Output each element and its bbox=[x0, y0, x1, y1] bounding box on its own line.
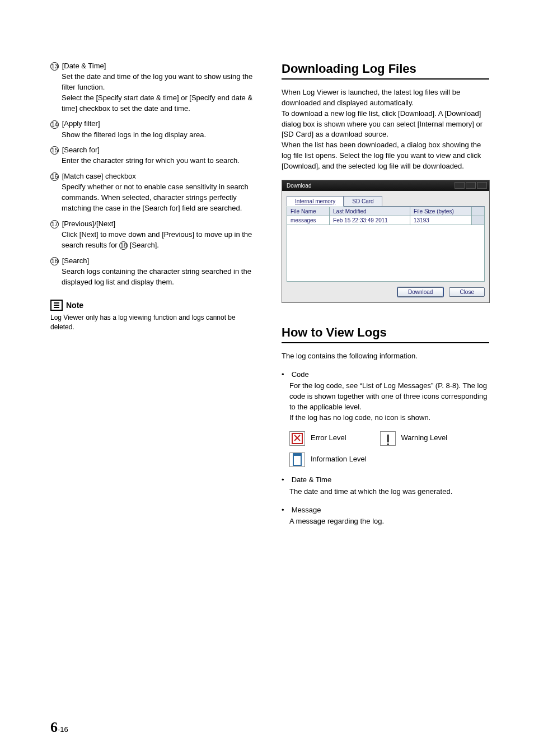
window-controls bbox=[455, 182, 487, 189]
item-title: [Previous]/[Next] bbox=[62, 220, 115, 228]
level-icons-row: Error Level Warning Level bbox=[289, 431, 489, 446]
paragraph: The log contains the following informati… bbox=[282, 351, 489, 362]
item-number: 15 bbox=[50, 146, 59, 155]
definition-item: 17 [Previous]/[Next] Click [Next] to mov… bbox=[50, 220, 258, 251]
item-title: [Search] bbox=[62, 256, 89, 265]
tab-sd-card[interactable]: SD Card bbox=[344, 196, 382, 207]
item-body-text: [Search]. bbox=[128, 241, 159, 249]
note-block: Note Log Viewer only has a log viewing f… bbox=[50, 300, 258, 332]
level-label: Information Level bbox=[311, 454, 367, 465]
dialog-title-bar: Download bbox=[282, 180, 489, 191]
page: 13 [Date & Time] Set the date and time o… bbox=[0, 0, 534, 756]
level-label: Warning Level bbox=[401, 433, 448, 444]
maximize-icon[interactable] bbox=[466, 182, 476, 189]
definition-item: 14 [Apply filter] Show the filtered logs… bbox=[50, 119, 258, 140]
col-file-size[interactable]: File Size (bytes) bbox=[410, 207, 472, 216]
minimize-icon[interactable] bbox=[455, 182, 465, 189]
cell-file-name: messages bbox=[287, 216, 330, 225]
level-warning: Warning Level bbox=[380, 431, 448, 446]
item-title: [Date & Time] bbox=[62, 62, 106, 70]
scrollbar[interactable] bbox=[472, 207, 485, 216]
level-error: Error Level bbox=[289, 431, 346, 446]
cell-last-modified: Feb 15 22:33:49 2011 bbox=[330, 216, 410, 225]
note-body: Log Viewer only has a log viewing functi… bbox=[50, 313, 258, 332]
tab-internal-memory[interactable]: Internal memory bbox=[287, 196, 344, 207]
item-number: 14 bbox=[50, 120, 59, 129]
section-heading: How to View Logs bbox=[282, 325, 489, 343]
chapter-number: 6 bbox=[50, 719, 58, 735]
bullet-list: Code For the log code, see “List of Log … bbox=[282, 370, 489, 528]
list-item: Date & Time The date and time at which t… bbox=[282, 475, 489, 497]
item-title: [Match case] checkbox bbox=[62, 172, 136, 180]
section-heading: Downloading Log Files bbox=[282, 62, 489, 80]
item-title: [Apply filter] bbox=[62, 119, 100, 128]
bullet-body: The date and time at which the log was g… bbox=[289, 487, 489, 497]
item-number: 13 bbox=[50, 62, 59, 71]
info-icon bbox=[289, 452, 305, 467]
warning-icon bbox=[380, 431, 396, 446]
bullet-body: For the log code, see “List of Log Messa… bbox=[289, 381, 489, 423]
definition-item: 13 [Date & Time] Set the date and time o… bbox=[50, 62, 258, 114]
item-body: Set the date and time of the log you wan… bbox=[62, 72, 258, 114]
left-column: 13 [Date & Time] Set the date and time o… bbox=[50, 62, 258, 535]
item-body: Show the filtered logs in the log displa… bbox=[62, 130, 258, 141]
two-column-layout: 13 [Date & Time] Set the date and time o… bbox=[50, 62, 489, 535]
level-label: Error Level bbox=[311, 433, 346, 444]
item-body: Specify whether or not to enable case se… bbox=[62, 182, 258, 214]
page-footer: 6-16 bbox=[50, 719, 68, 736]
bullet-title: Code bbox=[292, 370, 309, 379]
col-last-modified[interactable]: Last Modified bbox=[330, 207, 410, 216]
error-icon bbox=[289, 431, 305, 446]
level-icons-row: Information Level bbox=[289, 452, 489, 467]
item-body: Search logs containing the character str… bbox=[62, 267, 258, 288]
bullet-title: Message bbox=[292, 506, 321, 514]
note-label: Note bbox=[66, 301, 83, 310]
close-button[interactable]: Close bbox=[449, 287, 485, 297]
close-icon[interactable] bbox=[477, 182, 487, 189]
item-body: Click [Next] to move down and [Previous]… bbox=[62, 230, 258, 251]
bullet-title: Date & Time bbox=[292, 475, 332, 484]
download-button[interactable]: Download bbox=[397, 287, 443, 297]
download-dialog: Download Internal memory SD Card File bbox=[282, 180, 490, 303]
item-number: 18 bbox=[50, 257, 59, 265]
item-title: [Search for] bbox=[62, 146, 100, 154]
item-number: 16 bbox=[50, 172, 59, 181]
item-body: Enter the character string for which you… bbox=[62, 156, 258, 166]
page-number: 16 bbox=[60, 725, 68, 734]
col-file-name[interactable]: File Name bbox=[287, 207, 330, 216]
cell-file-size: 13193 bbox=[410, 216, 472, 225]
paragraph: When Log Viewer is launched, the latest … bbox=[282, 87, 489, 172]
definition-item: 18 [Search] Search logs containing the c… bbox=[50, 256, 258, 288]
note-icon bbox=[50, 300, 63, 311]
dialog-tabs: Internal memory SD Card bbox=[287, 195, 485, 207]
table-empty-area bbox=[287, 225, 485, 282]
dialog-title-text: Download bbox=[287, 183, 311, 189]
inline-ref-number: 18 bbox=[119, 241, 128, 250]
file-list-table: File Name Last Modified File Size (bytes… bbox=[287, 207, 485, 225]
list-item: Message A message regarding the log. bbox=[282, 505, 489, 528]
dialog-body: Internal memory SD Card File Name Last M… bbox=[282, 191, 489, 302]
definition-item: 15 [Search for] Enter the character stri… bbox=[50, 146, 258, 166]
table-row[interactable]: messages Feb 15 22:33:49 2011 13193 bbox=[287, 216, 485, 225]
definition-item: 16 [Match case] checkbox Specify whether… bbox=[50, 172, 258, 214]
bullet-body: A message regarding the log. bbox=[289, 516, 489, 527]
dialog-button-row: Download Close bbox=[287, 287, 485, 297]
level-info: Information Level bbox=[289, 452, 367, 467]
scrollbar[interactable] bbox=[472, 216, 485, 225]
item-number: 17 bbox=[50, 220, 59, 228]
list-item: Code For the log code, see “List of Log … bbox=[282, 370, 489, 467]
right-column: Downloading Log Files When Log Viewer is… bbox=[282, 62, 489, 535]
